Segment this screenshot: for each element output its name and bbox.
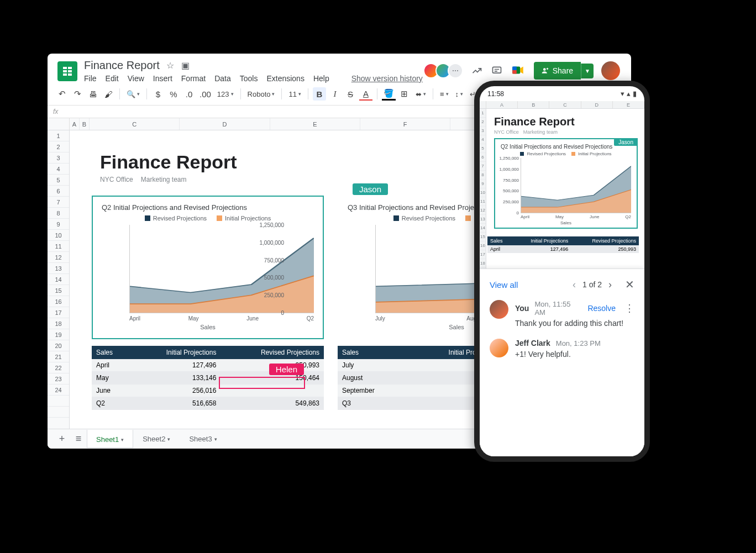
svg-rect-5 — [492, 67, 501, 73]
comment-text: Thank you for adding this chart! — [515, 319, 634, 328]
collaborator-overflow[interactable]: ⋯ — [448, 63, 463, 78]
next-comment-icon[interactable]: › — [608, 279, 612, 291]
strikethrough-icon[interactable]: S — [344, 87, 357, 101]
menu-data[interactable]: Data — [214, 74, 231, 83]
mobile-chart[interactable]: Q2 Initial Projections and Revised Proje… — [494, 138, 638, 229]
font-size-select[interactable]: 11▾ — [286, 90, 303, 98]
col-a[interactable]: A — [70, 118, 80, 130]
share-button-group: Share ▼ — [534, 62, 594, 80]
comment-time: Mon, 11:55 AM — [534, 300, 582, 317]
print-icon[interactable]: 🖶 — [86, 87, 99, 101]
wifi-icon: ▾ — [621, 89, 624, 98]
comments-panel: View all ‹ 1 of 2 › ✕ You Mon, 11:55 AM … — [480, 268, 644, 456]
paint-format-icon[interactable]: 🖌 — [102, 87, 115, 101]
comment-item: Jeff Clark Mon, 1:23 PM +1! Very helpful… — [490, 339, 634, 359]
menu-file[interactable]: File — [84, 74, 97, 83]
col-c[interactable]: C — [90, 118, 180, 130]
currency-icon[interactable]: $ — [151, 87, 165, 101]
header: Finance Report ☆ ▣ File Edit View Insert… — [48, 54, 631, 83]
text-color-icon[interactable]: A — [359, 87, 372, 101]
add-sheet-button[interactable]: + — [54, 431, 70, 447]
sheet-tab-1[interactable]: Sheet1▾ — [87, 430, 133, 448]
comment-avatar — [490, 339, 508, 357]
mobile-presence-tag-jason: Jason — [614, 139, 638, 146]
menu-edit[interactable]: Edit — [106, 74, 119, 83]
header-right: ⋯ Share ▼ — [427, 61, 620, 80]
move-to-folder-icon[interactable]: ▣ — [181, 61, 191, 71]
comment-counter: 1 of 2 — [582, 280, 602, 289]
meet-icon[interactable] — [511, 63, 526, 78]
row-headers: 123456789101112131415161718192021222324 — [48, 130, 70, 430]
increase-decimal-icon[interactable]: .00 — [198, 87, 213, 101]
menu-bar: File Edit View Insert Format Data Tools … — [84, 74, 427, 83]
fill-color-icon[interactable]: 🪣 — [382, 87, 396, 101]
italic-icon[interactable]: I — [328, 87, 342, 101]
resolve-button[interactable]: Resolve — [587, 304, 616, 313]
percent-icon[interactable]: % — [167, 87, 180, 101]
sheets-logo-icon[interactable] — [57, 61, 77, 81]
mobile-heading: Finance Report — [494, 115, 638, 128]
col-b[interactable]: B — [80, 118, 90, 130]
zoom-select[interactable]: 🔍▾ — [124, 90, 142, 98]
bold-icon[interactable]: B — [313, 87, 326, 101]
mobile-grid[interactable]: 123456789101112131415161718 Finance Repo… — [480, 109, 644, 280]
signal-icon: ▴ — [627, 89, 631, 98]
mobile-status-bar: 11:58 ▾▴▮ — [480, 86, 644, 101]
table-row: Q2516,658549,863 — [92, 397, 324, 410]
battery-icon: ▮ — [633, 89, 637, 98]
share-dropdown[interactable]: ▼ — [581, 64, 594, 78]
menu-extensions[interactable]: Extensions — [266, 74, 304, 83]
document-title[interactable]: Finance Report — [84, 59, 160, 72]
sheet-tab-3[interactable]: Sheet3▾ — [180, 430, 225, 447]
menu-tools[interactable]: Tools — [240, 74, 258, 83]
menu-format[interactable]: Format — [181, 74, 206, 83]
mobile-data-table[interactable]: SalesInitial ProjectionsRevised Projecti… — [487, 236, 639, 253]
sheet-tab-2[interactable]: Sheet2▾ — [134, 430, 179, 447]
title-area: Finance Report ☆ ▣ File Edit View Insert… — [84, 59, 427, 83]
share-label: Share — [553, 66, 573, 75]
mobile-status-icons: ▾▴▮ — [621, 89, 637, 98]
comment-more-icon[interactable]: ⋮ — [624, 302, 634, 314]
chart-q2-legend: Revised Projections Initial Projections — [102, 215, 314, 222]
mobile-column-headers: ABCDE — [480, 101, 644, 109]
undo-icon[interactable]: ↶ — [55, 87, 69, 101]
svg-point-12 — [543, 68, 546, 71]
align-icon[interactable]: ≡▾ — [438, 90, 451, 98]
col-e[interactable]: E — [270, 118, 360, 130]
presence-tag-helen: Helen — [269, 364, 304, 375]
star-icon[interactable]: ☆ — [165, 61, 175, 71]
mobile-time: 11:58 — [487, 90, 504, 98]
account-avatar[interactable] — [601, 61, 620, 80]
prev-comment-icon[interactable]: ‹ — [573, 279, 576, 291]
format-123-select[interactable]: 123▾ — [215, 90, 236, 98]
comment-history-icon[interactable] — [491, 65, 503, 77]
redo-icon[interactable]: ↷ — [71, 87, 84, 101]
chart-q2-title: Q2 Initial Projections and Revised Proje… — [102, 203, 314, 212]
col-f[interactable]: F — [360, 118, 450, 130]
view-all-comments-link[interactable]: View all — [490, 280, 565, 289]
sheet-subheading: NYC OfficeMarketing team — [100, 176, 187, 183]
menu-help[interactable]: Help — [313, 74, 329, 83]
activity-icon[interactable] — [471, 65, 483, 77]
chart-q2[interactable]: Q2 Initial Projections and Revised Proje… — [92, 196, 324, 339]
comment-author: You — [515, 304, 529, 313]
font-select[interactable]: Roboto▾ — [245, 90, 277, 98]
comment-item: You Mon, 11:55 AM Resolve ⋮ Thank you fo… — [490, 300, 634, 328]
close-comments-icon[interactable]: ✕ — [625, 278, 634, 291]
valign-icon[interactable]: ↕▾ — [453, 90, 466, 98]
svg-rect-10 — [512, 67, 517, 71]
comment-text: +1! Very helpful. — [515, 350, 634, 359]
collaborator-avatars[interactable]: ⋯ — [427, 63, 463, 78]
share-button[interactable]: Share — [534, 62, 581, 80]
borders-icon[interactable]: ⊞ — [398, 87, 411, 101]
menu-view[interactable]: View — [128, 74, 144, 83]
version-history-link[interactable]: Show version history — [351, 74, 423, 83]
menu-insert[interactable]: Insert — [153, 74, 172, 83]
col-d[interactable]: D — [180, 118, 270, 130]
merge-cells-icon[interactable]: ⬌▾ — [413, 90, 428, 98]
all-sheets-button[interactable]: ≡ — [71, 431, 86, 447]
presence-selection-helen: Helen — [219, 377, 305, 389]
select-all-corner[interactable] — [48, 118, 70, 130]
svg-marker-9 — [520, 67, 523, 74]
decrease-decimal-icon[interactable]: .0 — [182, 87, 196, 101]
